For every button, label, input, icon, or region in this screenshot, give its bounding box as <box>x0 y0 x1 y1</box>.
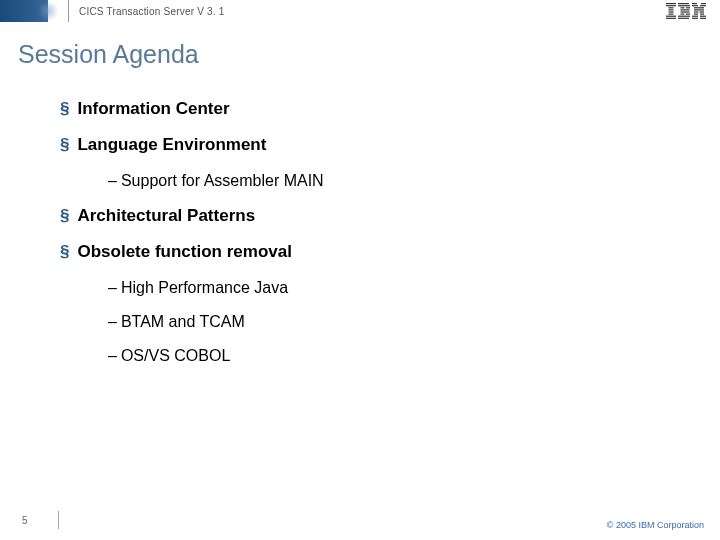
bullet-icon: § <box>60 242 69 262</box>
sub-bullet-text: OS/VS COBOL <box>121 347 230 364</box>
svg-rect-5 <box>669 14 674 15</box>
bullet-text: Information Center <box>77 99 229 119</box>
sub-bullet-item: –High Performance Java <box>108 279 720 297</box>
svg-rect-6 <box>666 16 676 17</box>
svg-rect-31 <box>700 16 706 17</box>
dash-icon: – <box>108 313 117 330</box>
header-divider <box>68 0 69 22</box>
svg-rect-21 <box>700 5 706 6</box>
svg-rect-22 <box>694 7 699 8</box>
svg-rect-32 <box>692 18 698 19</box>
svg-rect-3 <box>669 9 674 10</box>
slide-header: CICS Transaction Server V 3. 1 <box>0 0 720 22</box>
sub-bullet-text: High Performance Java <box>121 279 288 296</box>
bullet-icon: § <box>60 99 69 119</box>
svg-rect-25 <box>694 11 698 12</box>
svg-rect-23 <box>699 7 704 8</box>
sub-bullet-item: –Support for Assembler MAIN <box>108 172 720 190</box>
ibm-logo-icon <box>666 3 706 23</box>
svg-rect-4 <box>669 11 674 12</box>
sub-bullet-text: BTAM and TCAM <box>121 313 245 330</box>
bullet-icon: § <box>60 206 69 226</box>
svg-rect-13 <box>681 11 690 12</box>
svg-rect-33 <box>700 18 706 19</box>
header-accent-graphic <box>0 0 48 22</box>
sub-bullet-text: Support for Assembler MAIN <box>121 172 324 189</box>
svg-rect-15 <box>686 14 690 15</box>
agenda-content: § Information Center § Language Environm… <box>60 99 720 365</box>
svg-rect-19 <box>701 3 706 4</box>
svg-rect-7 <box>666 18 676 19</box>
slide-title: Session Agenda <box>18 40 720 69</box>
bullet-item: § Architectural Patterns <box>60 206 720 226</box>
bullet-text: Obsolete function removal <box>77 242 291 262</box>
bullet-text: Architectural Patterns <box>77 206 255 226</box>
svg-rect-27 <box>700 11 704 12</box>
svg-rect-12 <box>681 9 690 10</box>
footer-divider <box>58 511 59 529</box>
svg-rect-18 <box>692 3 697 4</box>
svg-rect-0 <box>666 3 676 4</box>
product-name: CICS Transaction Server V 3. 1 <box>79 6 225 17</box>
sub-bullet-item: –BTAM and TCAM <box>108 313 720 331</box>
svg-rect-24 <box>694 9 704 10</box>
page-number: 5 <box>22 515 28 526</box>
svg-rect-2 <box>669 7 674 8</box>
slide-footer: 5 © 2005 IBM Corporation <box>0 510 720 530</box>
svg-rect-16 <box>678 16 690 17</box>
svg-rect-17 <box>678 18 689 19</box>
dash-icon: – <box>108 172 117 189</box>
sub-bullet-item: –OS/VS COBOL <box>108 347 720 365</box>
dash-icon: – <box>108 347 117 364</box>
svg-rect-30 <box>692 16 698 17</box>
bullet-text: Language Environment <box>77 135 266 155</box>
bullet-item: § Language Environment <box>60 135 720 155</box>
svg-rect-14 <box>681 14 685 15</box>
copyright-text: © 2005 IBM Corporation <box>607 520 704 530</box>
svg-rect-1 <box>666 5 676 6</box>
svg-rect-9 <box>678 5 690 6</box>
svg-rect-11 <box>686 7 690 8</box>
bullet-icon: § <box>60 135 69 155</box>
svg-rect-20 <box>692 5 698 6</box>
bullet-item: § Information Center <box>60 99 720 119</box>
svg-rect-26 <box>699 11 700 12</box>
svg-rect-10 <box>681 7 685 8</box>
dash-icon: – <box>108 279 117 296</box>
svg-rect-29 <box>700 14 704 15</box>
svg-rect-8 <box>678 3 689 4</box>
svg-rect-28 <box>694 14 698 15</box>
bullet-item: § Obsolete function removal <box>60 242 720 262</box>
